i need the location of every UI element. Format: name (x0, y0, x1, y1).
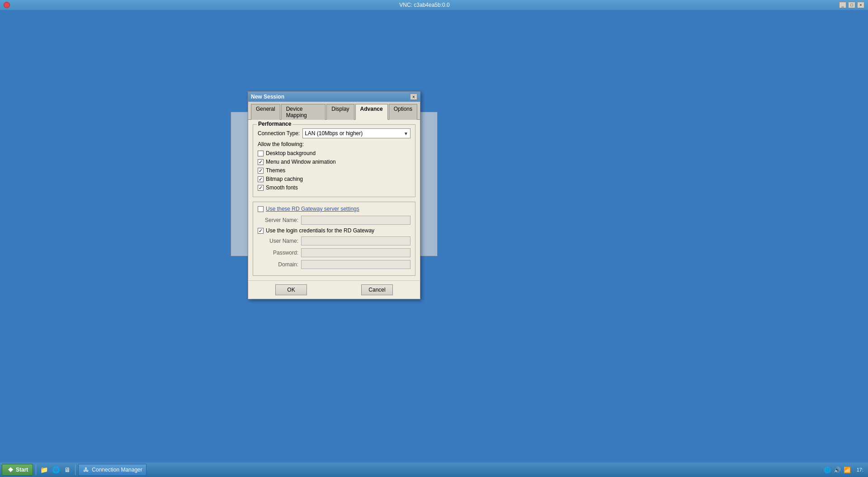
title-bar-controls: _ □ × (839, 2, 864, 8)
tab-device-mapping[interactable]: Device Mapping (281, 104, 326, 120)
checkbox-label-menu-animation: Menu and Window animation (266, 159, 336, 165)
checkbox-row-themes: Themes (258, 167, 410, 174)
password-input[interactable] (301, 248, 410, 257)
checkbox-bitmap-caching[interactable] (258, 176, 264, 182)
taskbar-app-connection-manager[interactable]: 🖧 Connection Manager (78, 464, 146, 476)
dialog-content: Performance Connection Type: LAN (10Mbps… (248, 120, 420, 280)
taskbar-app-label: Connection Manager (92, 467, 142, 473)
globe-icon[interactable]: 🌐 (823, 466, 831, 474)
gateway-enable-row: Use these RD Gateway server settings (258, 206, 410, 212)
taskbar: ❖ Start 📁 🌐 🖥 🖧 Connection Manager 🌐 🔊 📶… (0, 463, 868, 477)
tab-bar: General Device Mapping Display Advance O… (248, 102, 420, 120)
server-name-input[interactable] (301, 216, 410, 225)
desktop: New Session × General Device Mapping Dis… (0, 10, 868, 457)
user-name-label: User Name: (258, 238, 298, 244)
checkbox-label-bitmap-caching: Bitmap caching (266, 176, 303, 182)
login-creds-label: Use the login credentials for the RD Gat… (266, 227, 374, 234)
allow-following-label: Allow the following: (258, 141, 410, 147)
taskbar-separator-2 (75, 464, 75, 475)
network-icon[interactable]: 📶 (843, 466, 851, 474)
taskbar-quick-icons: 📁 🌐 🖥 (39, 465, 72, 475)
start-button[interactable]: ❖ Start (2, 464, 33, 476)
checkbox-row-smooth-fonts: Smooth fonts (258, 184, 410, 191)
password-label: Password: (258, 250, 298, 256)
checkbox-smooth-fonts[interactable] (258, 185, 264, 191)
dialog-close-button[interactable]: × (410, 94, 417, 100)
dropdown-arrow-icon: ▼ (404, 131, 408, 136)
checkbox-row-desktop-bg: Desktop background (258, 150, 410, 156)
taskbar-folder-icon[interactable]: 📁 (39, 465, 49, 475)
cancel-button[interactable]: Cancel (361, 284, 393, 295)
taskbar-browser-icon[interactable]: 🌐 (51, 465, 61, 475)
connection-manager-icon: 🖧 (82, 466, 90, 473)
dialog-buttons: OK Cancel (248, 280, 420, 299)
dialog-title-bar: New Session × (248, 92, 420, 102)
performance-label: Performance (257, 121, 292, 127)
connection-type-value: LAN (10Mbps or higher) (305, 130, 363, 137)
tab-display[interactable]: Display (326, 104, 354, 120)
sys-tray-icons: 🌐 🔊 📶 (823, 466, 851, 474)
tab-options[interactable]: Options (389, 104, 417, 120)
domain-label: Domain: (258, 261, 298, 268)
taskbar-time: 17: (854, 467, 866, 472)
server-name-row: Server Name: (258, 216, 410, 225)
tab-advance[interactable]: Advance (355, 104, 388, 120)
ok-button[interactable]: OK (275, 284, 307, 295)
tab-general[interactable]: General (251, 104, 280, 120)
password-row: Password: (258, 248, 410, 257)
maximize-button[interactable]: □ (848, 2, 855, 8)
speaker-icon[interactable]: 🔊 (833, 466, 841, 474)
domain-input[interactable] (301, 260, 410, 269)
window-title: VNC: c3ab4ea5b:0.0 (10, 2, 839, 8)
new-session-dialog: New Session × General Device Mapping Dis… (248, 91, 420, 299)
checkbox-gateway[interactable] (258, 206, 264, 212)
taskbar-right: 🌐 🔊 📶 17: (823, 466, 866, 474)
login-creds-row: Use the login credentials for the RD Gat… (258, 227, 410, 234)
start-icon: ❖ (7, 466, 14, 473)
connection-type-select[interactable]: LAN (10Mbps or higher) ▼ (302, 128, 410, 138)
user-name-row: User Name: (258, 236, 410, 246)
gateway-section: Use these RD Gateway server settings Ser… (253, 202, 415, 276)
checkbox-row-menu-animation: Menu and Window animation (258, 159, 410, 165)
checkbox-desktop-bg[interactable] (258, 151, 264, 156)
connection-type-row: Connection Type: LAN (10Mbps or higher) … (258, 128, 410, 138)
checkbox-label-smooth-fonts: Smooth fonts (266, 184, 298, 191)
title-bar: VNC: c3ab4ea5b:0.0 _ □ × (0, 0, 868, 10)
server-name-label: Server Name: (258, 217, 298, 223)
close-dot[interactable] (4, 2, 10, 8)
close-button[interactable]: × (857, 2, 864, 8)
checkbox-label-desktop-bg: Desktop background (266, 150, 316, 156)
domain-row: Domain: (258, 260, 410, 269)
gateway-checkbox-label[interactable]: Use these RD Gateway server settings (266, 206, 359, 212)
user-name-input[interactable] (301, 236, 410, 246)
checkbox-label-themes: Themes (266, 167, 285, 174)
performance-section: Performance Connection Type: LAN (10Mbps… (253, 124, 415, 197)
checkbox-login-creds[interactable] (258, 228, 264, 234)
connection-type-label: Connection Type: (258, 130, 300, 137)
start-label: Start (16, 467, 28, 473)
checkbox-row-bitmap-caching: Bitmap caching (258, 176, 410, 182)
minimize-button[interactable]: _ (839, 2, 846, 8)
taskbar-terminal-icon[interactable]: 🖥 (62, 465, 72, 475)
dialog-title: New Session (251, 94, 284, 100)
checkbox-themes[interactable] (258, 168, 264, 174)
checkbox-menu-animation[interactable] (258, 159, 264, 165)
taskbar-separator (36, 464, 36, 475)
